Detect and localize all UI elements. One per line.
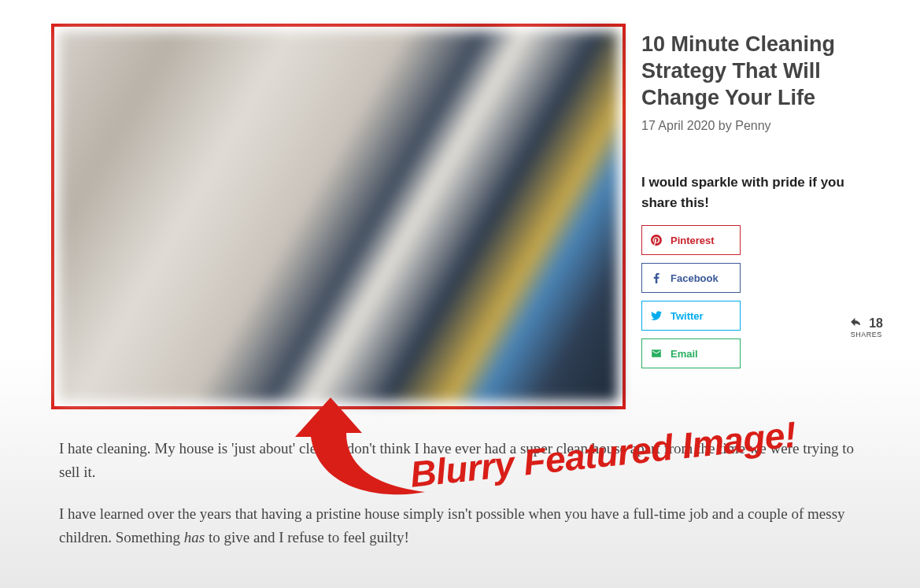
share-buttons: Pinterest Facebook Twitter Email	[641, 225, 861, 368]
featured-image-frame	[51, 24, 626, 409]
share-label: Pinterest	[671, 235, 740, 246]
shares-number: 18	[869, 316, 883, 330]
article-meta: 17 April 2020 by Penny	[641, 119, 861, 133]
meta-by: by	[719, 119, 732, 132]
article-author[interactable]: Penny	[735, 119, 770, 132]
article-date: 17 April 2020	[641, 119, 715, 132]
share-twitter-button[interactable]: Twitter	[641, 301, 741, 331]
article-sidebar: 10 Minute Cleaning Strategy That Will Ch…	[641, 24, 861, 409]
email-icon	[642, 348, 671, 359]
share-arrow-icon	[850, 315, 863, 331]
article-title: 10 Minute Cleaning Strategy That Will Ch…	[641, 31, 861, 111]
share-heading: I would sparkle with pride if you share …	[641, 172, 861, 213]
text: I have learned over the years that havin…	[59, 505, 845, 545]
paragraph: I have learned over the years that havin…	[59, 502, 861, 550]
share-label: Facebook	[671, 272, 740, 284]
featured-image	[59, 31, 618, 401]
twitter-icon	[642, 310, 671, 321]
paragraph: I hate cleaning. My house is 'just about…	[59, 437, 861, 485]
share-pinterest-button[interactable]: Pinterest	[641, 225, 741, 255]
share-label: Twitter	[671, 310, 740, 322]
shares-label: SHARES	[850, 331, 883, 338]
text: to give and I refuse to feel guilty!	[205, 529, 409, 545]
facebook-icon	[642, 273, 671, 283]
share-facebook-button[interactable]: Facebook	[641, 263, 741, 293]
shares-count: 18 SHARES	[850, 315, 883, 338]
emphasis: has	[184, 529, 205, 545]
share-label: Email	[671, 348, 740, 360]
article-body: I hate cleaning. My house is 'just about…	[0, 409, 920, 550]
pinterest-icon	[642, 235, 671, 246]
share-email-button[interactable]: Email	[641, 338, 741, 368]
